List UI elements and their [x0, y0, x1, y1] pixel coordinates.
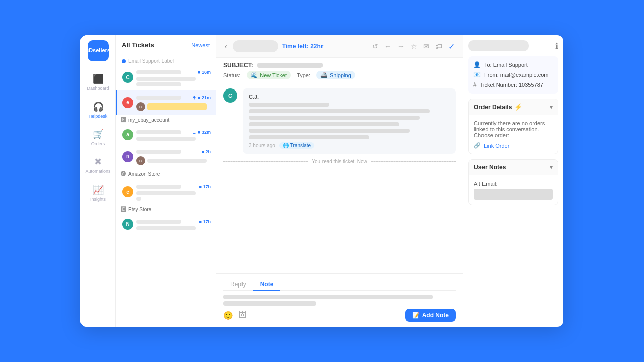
user-notes-card: User Notes ▾ Alt Email:	[468, 159, 558, 205]
ticket-name-skeleton	[136, 185, 181, 189]
avatar: N	[122, 219, 133, 230]
reply-toolbar-row: 🙂 🖼 📝 Add Note	[223, 309, 456, 322]
message-lines	[249, 103, 450, 139]
logo[interactable]: 3D sellers	[88, 40, 109, 61]
forward-icon-button[interactable]: →	[396, 41, 406, 51]
reply-input-area[interactable]	[223, 295, 456, 306]
contact-info: 👤 To: Email Support 📧 From: mail@example…	[468, 56, 558, 94]
sidebar-item-automations[interactable]: ✖ Automations	[83, 152, 113, 178]
ticket-line	[136, 77, 196, 81]
amazon-icon: 🅐	[121, 171, 126, 177]
ticket-number: Ticket Number: 10355787	[480, 82, 543, 88]
right-panel-header: ℹ	[468, 40, 558, 51]
time-left: Time left: 22hr	[282, 43, 324, 50]
status-row: Status: 🌊 New Ticket Type: 🚢 Shipping	[216, 71, 463, 83]
subject-row: SUBJECT:	[216, 58, 463, 71]
message-block: C C.J. 3 hours ago	[223, 88, 456, 154]
ticket-item[interactable]: N ■ 17h	[116, 214, 216, 234]
section-email-support: Email Support Label	[116, 55, 216, 65]
message-timestamp: 3 hours ago	[249, 143, 275, 148]
image-button[interactable]: 🖼	[238, 311, 247, 320]
reply-tab[interactable]: Reply	[223, 279, 253, 291]
message-footer: 3 hours ago 🌐 Translate	[249, 142, 450, 149]
ticket-line	[136, 226, 196, 230]
reset-icon-button[interactable]: ↺	[371, 41, 379, 51]
status-label: Status:	[223, 72, 240, 78]
msg-line	[249, 116, 420, 120]
ticket-list: All Tickets Newest Email Support Label C	[116, 35, 216, 327]
add-note-label: Add Note	[422, 312, 449, 319]
ticket-list-sort[interactable]: Newest	[191, 42, 210, 48]
read-divider: You read this ticket. Now	[223, 159, 456, 164]
avatar: e	[122, 97, 133, 108]
link-order-button[interactable]: 🔗 Link Order	[474, 142, 553, 149]
resolve-button[interactable]: ✓	[447, 41, 456, 52]
status-icon: 🌊	[251, 72, 258, 78]
helpdesk-icon: 🎧	[93, 101, 104, 112]
lightning-icon: ⚡	[514, 103, 522, 111]
ticket-item[interactable]: a ... ■ 32m	[116, 125, 216, 144]
ticket-search-bar	[233, 40, 278, 52]
orders-icon: 🛒	[93, 129, 104, 140]
ticket-time: ... ■ 32m	[193, 130, 211, 135]
logo-line2: sellers	[93, 47, 110, 54]
highlight-skeleton	[147, 103, 207, 110]
msg-line	[249, 103, 329, 107]
avatar: a	[122, 129, 133, 140]
ticket-toolbar: ‹ Time left: 22hr ↺ ← → ☆ ✉ 🏷 ✓	[216, 35, 463, 58]
section-label: Email Support Label	[128, 58, 174, 64]
ticket-item-active[interactable]: e 🖈 ■ 21m C	[116, 90, 216, 115]
translate-label: Translate	[290, 143, 311, 148]
ticket-item[interactable]: C ■ 16m	[116, 65, 216, 90]
sidebar-item-insights[interactable]: 📈 Insights	[83, 180, 113, 206]
note-tab[interactable]: Note	[253, 279, 281, 291]
insights-label: Insights	[90, 197, 106, 202]
contact-to-row: 👤 To: Email Support	[473, 61, 553, 68]
order-details-title: Order Details ⚡	[474, 103, 522, 111]
app-container: 3D sellers ⬛ Dashboard 🎧 Helpdesk 🛒 Orde…	[0, 0, 644, 362]
translate-button[interactable]: 🌐 Translate	[279, 142, 314, 149]
info-button[interactable]: ℹ	[555, 41, 558, 51]
user-notes-header[interactable]: User Notes ▾	[469, 160, 558, 175]
order-details-card: Order Details ⚡ ▾ Currently there are no…	[468, 99, 558, 154]
sidebar-item-orders[interactable]: 🛒 Orders	[83, 125, 113, 150]
email-icon: 📧	[473, 71, 481, 78]
alt-email-input[interactable]	[474, 189, 553, 200]
prev-ticket-button[interactable]: ‹	[223, 41, 229, 52]
reply-icons: 🙂 🖼	[223, 311, 247, 320]
type-label: Type:	[297, 72, 310, 78]
ticket-number-value: 10355787	[519, 82, 543, 88]
ticket-name-skeleton	[136, 130, 181, 134]
ticket-item[interactable]: n ■ 2h C	[116, 144, 216, 169]
helpdesk-label: Helpdesk	[89, 114, 108, 119]
emoji-button[interactable]: 🙂	[223, 311, 233, 320]
ticket-list-title: All Tickets	[122, 41, 154, 49]
toolbar-right: ↺ ← → ☆ ✉ 🏷 ✓	[371, 41, 456, 52]
email-icon-button[interactable]: ✉	[422, 41, 430, 51]
star-icon-button[interactable]: ☆	[410, 41, 418, 51]
ticket-time: ■ 17h	[199, 184, 211, 189]
ticket-list-header: All Tickets Newest	[116, 35, 216, 53]
order-details-text: Currently there are no orders linked to …	[474, 120, 545, 138]
store-label-amazon: 🅐 Amazon Store	[116, 169, 216, 179]
right-panel-search	[468, 40, 529, 51]
etsy-icon: 🅴	[121, 206, 126, 212]
sidebar-item-helpdesk[interactable]: 🎧 Helpdesk	[83, 97, 113, 123]
add-note-button[interactable]: 📝 Add Note	[405, 309, 456, 322]
divider-line-left	[223, 161, 308, 162]
dashboard-label: Dashboard	[87, 86, 109, 91]
order-details-header[interactable]: Order Details ⚡ ▾	[469, 99, 558, 115]
avatar: c	[122, 186, 133, 197]
ticket-line	[136, 82, 181, 86]
user-notes-title: User Notes	[474, 164, 506, 171]
ticket-line	[147, 159, 207, 163]
status-badge: 🌊 New Ticket	[247, 71, 291, 79]
person-icon: 👤	[473, 61, 481, 68]
automations-icon: ✖	[94, 156, 102, 167]
store-label-ebay: 🅴 my_ebay_account	[116, 115, 216, 125]
tag-icon-button[interactable]: 🏷	[434, 41, 443, 51]
ticket-item[interactable]: c ■ 17h	[116, 179, 216, 204]
link-icon: 🔗	[474, 142, 481, 149]
back-icon-button[interactable]: ←	[383, 41, 392, 51]
sidebar-item-dashboard[interactable]: ⬛ Dashboard	[83, 69, 113, 95]
